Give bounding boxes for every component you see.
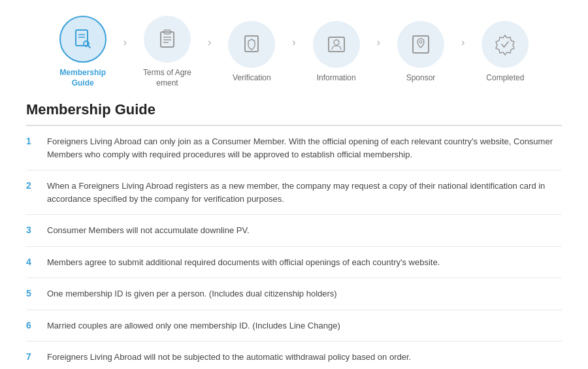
step-terms[interactable]: Terms of Agreement [128,16,206,88]
item-number: 2 [26,180,37,191]
item-number: 4 [26,256,37,267]
step-circle-1 [59,16,106,63]
content-area: Membership Guide 1Foreigners Living Abro… [0,95,588,369]
list-item: 7Foreigners Living Abroad will not be su… [26,342,562,369]
step-circle-5 [397,21,444,68]
list-item: 2When a Foreigners Living Abroad registe… [26,170,562,215]
step-circle-4 [313,21,360,68]
arrow-2: › [208,37,211,48]
item-text: Consumer Members will not accumulate dow… [47,224,250,237]
doc-search-icon [72,28,94,50]
stepper: MembershipGuide › Terms of Agreement › V… [0,0,588,95]
step-completed[interactable]: Completed [466,21,544,84]
step-sponsor[interactable]: Sponsor [382,21,460,84]
arrow-4: › [377,37,380,48]
shield-icon [240,33,263,56]
section-title: Membership Guide [26,101,562,126]
list-item: 4Members agree to submit additional requ… [26,247,562,279]
list-item: 5One membership ID is given per a person… [26,278,562,310]
step-circle-3 [228,21,275,68]
step-information[interactable]: Information [297,21,376,84]
step-label-4: Information [317,73,356,84]
item-text: One membership ID is given per a person.… [47,287,337,300]
step-label-5: Sponsor [406,73,436,84]
item-number: 6 [26,319,37,330]
step-label-3: Verification [233,73,271,84]
location-pin-icon [410,33,432,56]
item-number: 7 [26,351,37,362]
item-text: Foreigners Living Abroad can only join a… [47,135,562,161]
arrow-1: › [123,37,127,48]
badge-check-icon [494,33,516,56]
step-circle-2 [144,16,191,63]
step-label-2: Terms of Agreement [143,68,191,88]
step-verification[interactable]: Verification [212,21,291,84]
clipboard-icon [156,28,178,50]
item-number: 1 [26,135,37,146]
svg-rect-0 [76,30,88,46]
arrow-3: › [292,37,295,48]
item-text: When a Foreigners Living Abroad register… [47,180,562,205]
svg-line-4 [88,46,90,48]
list-item: 6Married couples are allowed only one me… [26,310,562,342]
step-label-6: Completed [486,73,524,84]
item-text: Members agree to submit additional requi… [47,256,440,269]
guide-list: 1Foreigners Living Abroad can only join … [26,126,562,369]
arrow-5: › [461,37,465,48]
list-item: 1Foreigners Living Abroad can only join … [26,126,562,170]
step-membership-guide[interactable]: MembershipGuide [44,16,122,88]
svg-point-14 [419,40,422,43]
item-number: 5 [26,287,37,298]
step-label-1: MembershipGuide [59,68,106,88]
step-circle-6 [482,21,529,68]
item-number: 3 [26,224,37,235]
item-text: Married couples are allowed only one mem… [47,319,340,332]
svg-point-12 [334,40,339,45]
list-item: 3Consumer Members will not accumulate do… [26,215,562,247]
item-text: Foreigners Living Abroad will not be sub… [47,351,411,364]
person-card-icon [325,33,348,56]
